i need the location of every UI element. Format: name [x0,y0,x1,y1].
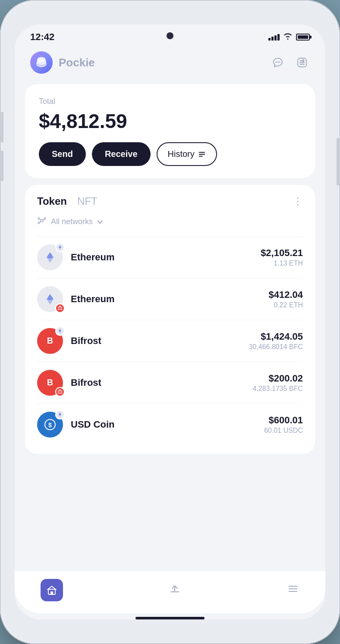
signal-bar-1 [268,38,271,41]
status-icons [268,33,310,42]
action-buttons: Send Receive History [39,142,301,166]
volume-up-button[interactable] [0,112,3,142]
volume-down-button[interactable] [0,151,3,181]
battery-icon [296,34,310,41]
app-header: Pockie [15,46,325,81]
total-card: Total $4,812.59 Send Receive History [25,84,315,178]
signal-bar-2 [271,37,274,41]
token-values-eth-1: $2,105.21 1.13 ETH [261,247,303,267]
chevron-down-icon [97,217,103,226]
token-name-bfc-2: Bifrost [71,377,252,388]
token-usd-eth-1: $2,105.21 [261,247,303,259]
token-usd-usdc: $600.01 [264,415,303,426]
home-indicator [135,617,205,619]
status-time: 12:42 [30,31,54,43]
power-button[interactable] [337,138,340,185]
network-filter[interactable]: All networks [37,216,303,228]
phone-frame: 12:42 [0,0,340,644]
history-label: History [168,149,195,159]
token-info-eth-1: Ethereum [71,252,261,263]
chat-icon[interactable] [270,55,286,70]
token-amount-eth-1: 1.13 ETH [261,259,303,267]
token-logo-wrap-bfc-1: B [37,328,63,354]
token-item-eth-1[interactable]: Ethereum $2,105.21 1.13 ETH [37,236,303,278]
signal-bar-3 [274,35,277,41]
token-info-bfc-2: Bifrost [71,377,252,388]
signal-bar-4 [277,34,280,41]
svg-rect-37 [50,591,53,594]
svg-point-9 [38,218,40,219]
token-values-usdc: $600.01 60.01 USDC [264,415,303,435]
token-logo-wrap-bfc-2: B [37,370,63,396]
token-item-bfc-1[interactable]: B Bifrost $1,4 [37,320,303,362]
svg-text:$: $ [48,422,52,428]
more-options-icon[interactable]: ⋮ [293,195,303,207]
token-amount-usdc: 60.01 USDC [264,427,303,435]
history-button[interactable]: History [157,142,217,166]
svg-marker-15 [47,252,54,259]
tab-token[interactable]: Token [37,195,67,207]
token-item-eth-2[interactable]: Ethereum $412.04 0.22 ETH [37,278,303,320]
token-item-bfc-2[interactable]: B Bifrost [37,362,303,403]
svg-text:B: B [47,378,53,387]
token-values-bfc-1: $1,424.05 30,466.8014 BFC [249,331,303,351]
swap-icon[interactable] [294,55,310,70]
eth-red-badge-2 [55,303,65,313]
token-name-bfc-1: Bifrost [71,335,249,347]
token-tabs: Token NFT ⋮ [37,195,303,207]
upload-icon [168,582,181,595]
token-usd-bfc-1: $1,424.05 [249,331,303,342]
svg-point-11 [38,222,40,224]
token-logo-wrap-eth-1 [37,244,63,270]
usdc-eth-badge [55,410,65,419]
send-button[interactable]: Send [39,142,86,166]
svg-point-22 [60,308,60,309]
token-values-eth-2: $412.04 0.22 ETH [268,289,303,309]
upload-nav-button[interactable] [168,582,181,598]
menu-nav-button[interactable] [286,582,299,598]
tab-nft[interactable]: NFT [77,195,98,207]
wifi-icon [283,33,293,42]
camera-notch [167,32,173,39]
phone-screen: 12:42 [15,25,325,619]
network-filter-icon [37,216,47,228]
header-actions [270,55,310,70]
token-usd-eth-2: $412.04 [268,289,303,300]
eth-network-badge-1 [55,243,65,252]
token-name-usdc: USD Coin [71,419,264,430]
token-logo-wrap-usdc: $ [37,412,63,438]
bfc-red-badge-2 [55,387,65,397]
svg-marker-34 [59,413,61,416]
token-section: Token NFT ⋮ [25,185,315,454]
svg-marker-25 [59,329,61,332]
svg-point-3 [38,57,45,62]
menu-icon [286,582,299,595]
network-filter-label: All networks [51,217,93,226]
token-info-bfc-1: Bifrost [71,335,249,347]
receive-button[interactable]: Receive [92,142,151,166]
token-amount-bfc-1: 30,466.8014 BFC [249,343,303,351]
signal-icon [268,34,280,41]
svg-marker-19 [47,294,54,301]
home-nav-button[interactable] [41,579,63,601]
svg-marker-17 [59,245,61,248]
svg-text:B: B [47,336,53,345]
history-icon [198,150,206,158]
token-amount-bfc-2: 4,283.1735 BFC [252,385,303,393]
svg-point-30 [60,392,60,393]
svg-point-8 [41,219,43,222]
token-amount-eth-2: 0.22 ETH [268,301,303,309]
token-usd-bfc-2: $200.02 [252,373,303,384]
token-logo-wrap-eth-2 [37,286,63,312]
token-item-usdc[interactable]: $ USD Coin $60 [37,403,303,445]
token-name-eth-2: Ethereum [71,294,268,305]
battery-fill [298,35,308,39]
token-info-usdc: USD Coin [71,419,264,430]
bfc-eth-badge-1 [55,326,65,336]
bottom-nav [15,571,325,613]
token-name-eth-1: Ethereum [71,252,261,263]
pockie-logo-icon [34,55,49,70]
total-amount: $4,812.59 [39,109,301,133]
svg-point-10 [44,218,46,219]
app-logo [30,51,53,74]
